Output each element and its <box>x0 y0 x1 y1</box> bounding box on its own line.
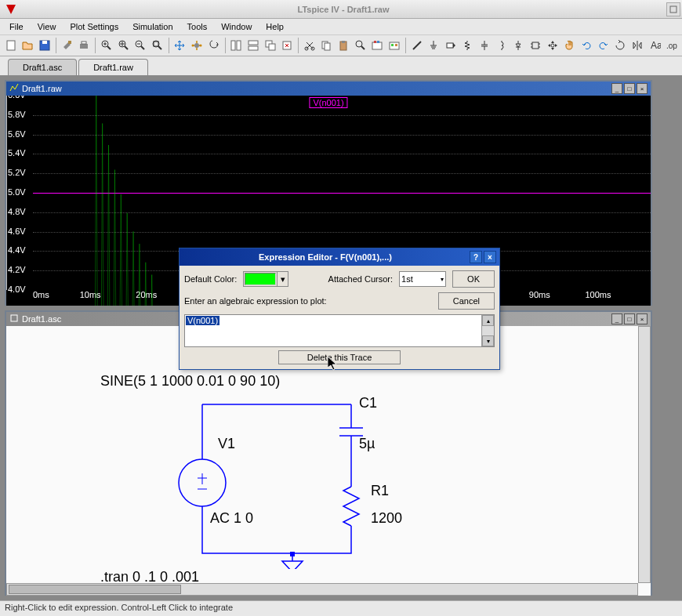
halt-icon[interactable] <box>206 37 222 54</box>
plot-maximize-button[interactable]: □ <box>624 83 635 94</box>
schematic-horizontal-scrollbar[interactable] <box>6 583 638 596</box>
paste-icon[interactable] <box>336 37 351 54</box>
new-schematic-icon[interactable] <box>3 37 19 54</box>
menu-plot-settings[interactable]: Plot Settings <box>63 20 125 33</box>
delete-trace-button[interactable]: Delete this Trace <box>278 350 401 364</box>
v1-label[interactable]: V1 <box>218 436 235 452</box>
text-icon[interactable]: Aa <box>647 37 662 54</box>
menu-file[interactable]: File <box>3 20 30 33</box>
draw-wire-icon[interactable] <box>409 37 425 54</box>
c1-label[interactable]: C1 <box>359 395 377 411</box>
copy-icon[interactable] <box>319 37 335 54</box>
spice-directive-icon[interactable]: .op <box>664 37 680 54</box>
drag-icon[interactable] <box>562 37 578 54</box>
r1-value[interactable]: 1200 <box>371 510 402 527</box>
tile-vert-icon[interactable] <box>245 37 261 54</box>
plot-minimize-button[interactable]: _ <box>611 83 622 94</box>
app-maximize-button[interactable] <box>666 2 680 16</box>
plot-window-icon <box>9 83 19 94</box>
plot-window-title: Draft1.raw <box>22 84 62 93</box>
svg-point-45 <box>551 44 554 47</box>
move-icon[interactable] <box>545 37 560 54</box>
menu-help[interactable]: Help <box>259 20 290 33</box>
app-title-bar: LTspice IV - Draft1.raw <box>0 0 682 19</box>
menu-window[interactable]: Window <box>215 20 258 33</box>
menu-tools[interactable]: Tools <box>181 20 214 33</box>
hammer-icon[interactable] <box>60 37 75 54</box>
setup-icon[interactable] <box>386 37 402 54</box>
default-color-dropdown[interactable]: ▾ <box>243 271 288 287</box>
plot-close-button[interactable]: × <box>637 83 648 94</box>
tab-bar: Draft1.asc Draft1.raw <box>0 56 682 75</box>
svg-point-20 <box>192 45 194 47</box>
expression-prompt: Enter an algebraic expression to plot: <box>184 296 327 306</box>
open-icon[interactable] <box>20 37 36 54</box>
svg-rect-22 <box>231 41 235 50</box>
cut-icon[interactable] <box>302 37 317 54</box>
rotate-icon[interactable] <box>613 37 629 54</box>
color-swatch <box>245 273 276 285</box>
svg-line-12 <box>125 46 128 49</box>
inductor-icon[interactable] <box>494 37 510 54</box>
capacitor-icon[interactable] <box>477 37 492 54</box>
svg-rect-4 <box>68 41 71 44</box>
svg-rect-18 <box>154 42 158 46</box>
menu-view[interactable]: View <box>31 20 63 33</box>
schematic-maximize-button[interactable]: □ <box>624 313 635 324</box>
schematic-window-title: Draft1.asc <box>22 314 61 324</box>
svg-point-21 <box>200 45 202 47</box>
r1-label[interactable]: R1 <box>371 483 389 499</box>
tab-draft1-raw[interactable]: Draft1.raw <box>78 59 148 75</box>
ok-button[interactable]: OK <box>452 270 495 288</box>
cursor-line[interactable] <box>6 96 7 290</box>
expression-scrollbar[interactable]: ▴▾ <box>481 315 494 346</box>
svg-rect-32 <box>325 43 330 50</box>
cancel-button[interactable]: Cancel <box>438 292 495 310</box>
svg-line-8 <box>107 46 111 49</box>
find-icon[interactable] <box>353 37 368 54</box>
dialog-title: Expression Editor - F(V(n001),...) <box>183 252 468 262</box>
dialog-title-bar[interactable]: Expression Editor - F(V(n001),...) ? × <box>180 248 499 266</box>
svg-rect-57 <box>290 552 295 556</box>
copy-bitmap-icon[interactable] <box>370 37 386 54</box>
ac-label[interactable]: AC 1 0 <box>210 510 253 527</box>
schematic-close-button[interactable]: × <box>637 313 648 324</box>
zoom-out-icon[interactable] <box>132 37 148 54</box>
close-all-icon[interactable] <box>279 37 295 54</box>
schematic-sine-directive[interactable]: SINE(5 1 1000 0.01 0 90 10) <box>100 373 280 390</box>
svg-rect-48 <box>11 315 17 321</box>
chevron-down-icon: ▾ <box>441 276 444 283</box>
label-net-icon[interactable] <box>443 37 459 54</box>
redo-icon[interactable] <box>596 37 611 54</box>
resistor-icon[interactable] <box>460 37 476 54</box>
attached-cursor-dropdown[interactable]: 1st ▾ <box>399 271 446 287</box>
undo-icon[interactable] <box>579 37 594 54</box>
component-icon[interactable] <box>528 37 543 54</box>
save-icon[interactable] <box>37 37 53 54</box>
print-icon[interactable] <box>77 37 93 54</box>
plot-window-title-bar[interactable]: Draft1.raw _ □ × <box>6 82 651 96</box>
expression-input[interactable]: V(n001) ▴▾ <box>184 314 495 347</box>
cascade-icon[interactable] <box>263 37 278 54</box>
c1-value[interactable]: 5µ <box>359 436 375 452</box>
pick-visible-icon[interactable] <box>228 37 244 54</box>
y-axis[interactable]: 6.0V 5.8V 5.6V 5.4V 5.2V 5.0V 4.8V 4.6V … <box>6 96 33 290</box>
dialog-help-button[interactable]: ? <box>470 251 482 263</box>
dialog-close-button[interactable]: × <box>484 251 496 263</box>
mirror-icon[interactable] <box>629 37 645 54</box>
zoom-in-icon[interactable] <box>99 37 114 54</box>
schematic-vertical-scrollbar[interactable] <box>638 326 651 583</box>
run-icon[interactable] <box>189 37 205 54</box>
schematic-minimize-button[interactable]: _ <box>611 313 622 324</box>
pan-icon[interactable] <box>116 37 132 54</box>
menu-simulation[interactable]: Simulation <box>126 20 179 33</box>
svg-line-14 <box>141 46 144 49</box>
tab-draft1-asc[interactable]: Draft1.asc <box>8 59 77 75</box>
autorange-icon[interactable] <box>172 37 188 54</box>
svg-rect-1 <box>7 41 15 50</box>
zoom-fit-icon[interactable] <box>150 37 165 54</box>
svg-rect-25 <box>248 46 258 50</box>
svg-rect-24 <box>248 41 258 45</box>
diode-icon[interactable] <box>511 37 527 54</box>
ground-icon[interactable] <box>426 37 441 54</box>
